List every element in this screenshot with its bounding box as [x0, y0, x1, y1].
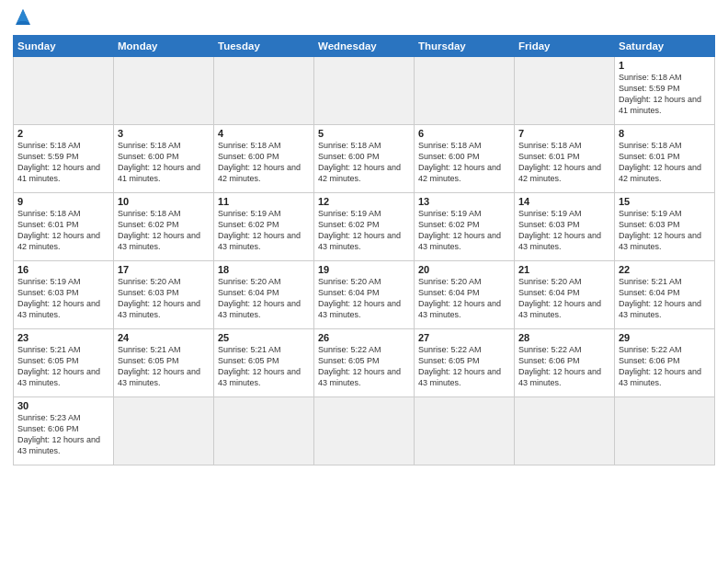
day-info: Sunrise: 5:20 AM Sunset: 6:04 PM Dayligh… — [518, 276, 610, 321]
day-number: 6 — [418, 128, 510, 139]
calendar-week-2: 9Sunrise: 5:18 AM Sunset: 6:01 PM Daylig… — [14, 193, 715, 261]
day-number: 29 — [619, 332, 711, 343]
day-number: 10 — [118, 196, 210, 207]
day-number: 26 — [318, 332, 410, 343]
day-number: 20 — [418, 264, 510, 275]
calendar-cell: 25Sunrise: 5:21 AM Sunset: 6:05 PM Dayli… — [214, 329, 314, 397]
calendar-cell: 12Sunrise: 5:19 AM Sunset: 6:02 PM Dayli… — [314, 193, 415, 261]
day-number: 1 — [619, 60, 711, 71]
day-number: 13 — [418, 196, 510, 207]
page: SundayMondayTuesdayWednesdayThursdayFrid… — [0, 0, 728, 563]
weekday-header-sunday: Sunday — [14, 36, 114, 57]
day-info: Sunrise: 5:22 AM Sunset: 6:06 PM Dayligh… — [619, 344, 711, 389]
svg-rect-2 — [19, 21, 27, 24]
day-number: 28 — [518, 332, 610, 343]
day-number: 18 — [218, 264, 310, 275]
day-number: 30 — [17, 400, 109, 411]
day-number: 14 — [518, 196, 610, 207]
day-info: Sunrise: 5:21 AM Sunset: 6:05 PM Dayligh… — [118, 344, 210, 389]
calendar-cell — [515, 57, 615, 125]
calendar-cell: 16Sunrise: 5:19 AM Sunset: 6:03 PM Dayli… — [14, 261, 114, 329]
calendar-cell: 5Sunrise: 5:18 AM Sunset: 6:00 PM Daylig… — [314, 125, 415, 193]
calendar-cell: 9Sunrise: 5:18 AM Sunset: 6:01 PM Daylig… — [14, 193, 114, 261]
day-number: 27 — [418, 332, 510, 343]
day-info: Sunrise: 5:18 AM Sunset: 6:00 PM Dayligh… — [118, 140, 210, 185]
calendar-cell: 21Sunrise: 5:20 AM Sunset: 6:04 PM Dayli… — [515, 261, 615, 329]
calendar-cell — [114, 57, 214, 125]
calendar-cell: 3Sunrise: 5:18 AM Sunset: 6:00 PM Daylig… — [114, 125, 214, 193]
day-info: Sunrise: 5:22 AM Sunset: 6:05 PM Dayligh… — [418, 344, 510, 389]
calendar-cell: 7Sunrise: 5:18 AM Sunset: 6:01 PM Daylig… — [515, 125, 615, 193]
weekday-header-friday: Friday — [515, 36, 615, 57]
weekday-header-thursday: Thursday — [415, 36, 515, 57]
day-info: Sunrise: 5:19 AM Sunset: 6:03 PM Dayligh… — [17, 276, 109, 321]
calendar-cell: 27Sunrise: 5:22 AM Sunset: 6:05 PM Dayli… — [415, 329, 515, 397]
calendar-cell: 19Sunrise: 5:20 AM Sunset: 6:04 PM Dayli… — [314, 261, 415, 329]
day-info: Sunrise: 5:21 AM Sunset: 6:04 PM Dayligh… — [619, 276, 711, 321]
calendar-cell: 29Sunrise: 5:22 AM Sunset: 6:06 PM Dayli… — [615, 329, 715, 397]
calendar-cell: 13Sunrise: 5:19 AM Sunset: 6:02 PM Dayli… — [415, 193, 515, 261]
weekday-header-monday: Monday — [114, 36, 214, 57]
day-info: Sunrise: 5:18 AM Sunset: 6:02 PM Dayligh… — [118, 208, 210, 253]
day-number: 15 — [619, 196, 711, 207]
calendar-table: SundayMondayTuesdayWednesdayThursdayFrid… — [13, 35, 715, 465]
day-number: 12 — [318, 196, 410, 207]
day-info: Sunrise: 5:19 AM Sunset: 6:02 PM Dayligh… — [218, 208, 310, 253]
day-number: 8 — [619, 128, 711, 139]
day-info: Sunrise: 5:23 AM Sunset: 6:06 PM Dayligh… — [17, 412, 109, 457]
day-number: 11 — [218, 196, 310, 207]
logo-svg-icon — [13, 7, 33, 28]
day-number: 23 — [17, 332, 109, 343]
day-number: 25 — [218, 332, 310, 343]
calendar-cell — [415, 57, 515, 125]
calendar-cell — [214, 57, 314, 125]
day-number: 16 — [17, 264, 109, 275]
calendar-cell: 23Sunrise: 5:21 AM Sunset: 6:05 PM Dayli… — [14, 329, 114, 397]
day-info: Sunrise: 5:19 AM Sunset: 6:03 PM Dayligh… — [518, 208, 610, 253]
calendar-cell — [114, 397, 214, 465]
day-number: 4 — [218, 128, 310, 139]
calendar-cell: 20Sunrise: 5:20 AM Sunset: 6:04 PM Dayli… — [415, 261, 515, 329]
calendar-cell — [214, 397, 314, 465]
calendar-cell: 2Sunrise: 5:18 AM Sunset: 5:59 PM Daylig… — [14, 125, 114, 193]
calendar-cell — [314, 397, 415, 465]
day-number: 22 — [619, 264, 711, 275]
calendar-week-0: 1Sunrise: 5:18 AM Sunset: 5:59 PM Daylig… — [14, 57, 715, 125]
day-number: 24 — [118, 332, 210, 343]
calendar-cell: 30Sunrise: 5:23 AM Sunset: 6:06 PM Dayli… — [14, 397, 114, 465]
calendar-cell: 26Sunrise: 5:22 AM Sunset: 6:05 PM Dayli… — [314, 329, 415, 397]
day-info: Sunrise: 5:19 AM Sunset: 6:03 PM Dayligh… — [619, 208, 711, 253]
day-number: 2 — [17, 128, 109, 139]
day-info: Sunrise: 5:18 AM Sunset: 6:00 PM Dayligh… — [218, 140, 310, 185]
calendar-cell: 15Sunrise: 5:19 AM Sunset: 6:03 PM Dayli… — [615, 193, 715, 261]
calendar-cell: 10Sunrise: 5:18 AM Sunset: 6:02 PM Dayli… — [114, 193, 214, 261]
header — [13, 9, 715, 31]
calendar-week-4: 23Sunrise: 5:21 AM Sunset: 6:05 PM Dayli… — [14, 329, 715, 397]
day-number: 7 — [518, 128, 610, 139]
day-number: 21 — [518, 264, 610, 275]
day-info: Sunrise: 5:18 AM Sunset: 6:00 PM Dayligh… — [418, 140, 510, 185]
calendar-cell — [14, 57, 114, 125]
calendar-cell: 4Sunrise: 5:18 AM Sunset: 6:00 PM Daylig… — [214, 125, 314, 193]
day-info: Sunrise: 5:20 AM Sunset: 6:04 PM Dayligh… — [218, 276, 310, 321]
day-info: Sunrise: 5:20 AM Sunset: 6:04 PM Dayligh… — [318, 276, 410, 321]
day-info: Sunrise: 5:22 AM Sunset: 6:05 PM Dayligh… — [318, 344, 410, 389]
day-number: 17 — [118, 264, 210, 275]
day-number: 5 — [318, 128, 410, 139]
calendar-cell: 11Sunrise: 5:19 AM Sunset: 6:02 PM Dayli… — [214, 193, 314, 261]
day-info: Sunrise: 5:18 AM Sunset: 6:01 PM Dayligh… — [518, 140, 610, 185]
calendar-cell — [314, 57, 415, 125]
day-info: Sunrise: 5:18 AM Sunset: 6:01 PM Dayligh… — [619, 140, 711, 185]
day-info: Sunrise: 5:20 AM Sunset: 6:03 PM Dayligh… — [118, 276, 210, 321]
day-number: 9 — [17, 196, 109, 207]
day-info: Sunrise: 5:18 AM Sunset: 5:59 PM Dayligh… — [619, 72, 711, 117]
calendar-week-3: 16Sunrise: 5:19 AM Sunset: 6:03 PM Dayli… — [14, 261, 715, 329]
calendar-cell: 8Sunrise: 5:18 AM Sunset: 6:01 PM Daylig… — [615, 125, 715, 193]
calendar-cell — [515, 397, 615, 465]
calendar-cell: 17Sunrise: 5:20 AM Sunset: 6:03 PM Dayli… — [114, 261, 214, 329]
calendar-cell: 1Sunrise: 5:18 AM Sunset: 5:59 PM Daylig… — [615, 57, 715, 125]
weekday-header-saturday: Saturday — [615, 36, 715, 57]
day-info: Sunrise: 5:18 AM Sunset: 6:00 PM Dayligh… — [318, 140, 410, 185]
day-number: 19 — [318, 264, 410, 275]
day-info: Sunrise: 5:21 AM Sunset: 6:05 PM Dayligh… — [17, 344, 109, 389]
